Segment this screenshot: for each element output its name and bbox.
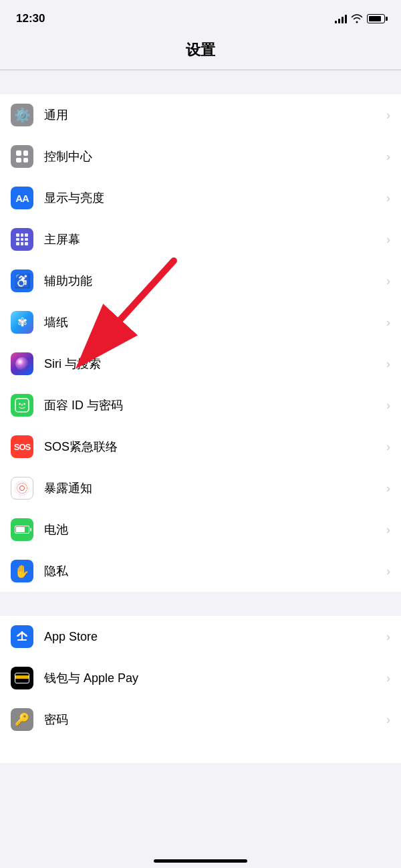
- status-icons: [335, 14, 385, 23]
- general-label: 通用: [44, 107, 386, 123]
- siri-chevron: ›: [386, 357, 390, 371]
- display-chevron: ›: [386, 191, 390, 205]
- wifi-icon: [351, 14, 363, 23]
- wallet-graphic: [15, 673, 29, 683]
- battery-label: 电池: [44, 522, 386, 538]
- settings-row-control[interactable]: 控制中心 ›: [0, 136, 401, 177]
- page-title-section: 设置: [0, 33, 401, 70]
- settings-row-wallpaper[interactable]: ✾ 墙纸 ›: [0, 302, 401, 343]
- privacy-icon: ✋: [11, 560, 33, 582]
- passwords-icon: 🔑: [11, 708, 33, 731]
- settings-row-general[interactable]: ⚙️ 通用 ›: [0, 94, 401, 136]
- settings-row-appstore[interactable]: App Store ›: [0, 616, 401, 657]
- homescreen-icon: [11, 228, 33, 251]
- appstore-svg: [15, 629, 29, 644]
- control-grid: [16, 150, 28, 162]
- battery-chevron: ›: [386, 523, 390, 537]
- passwords-chevron: ›: [386, 713, 390, 727]
- general-icon: ⚙️: [11, 104, 33, 126]
- passwords-label: 密码: [44, 712, 386, 728]
- privacy-chevron: ›: [386, 564, 390, 578]
- aa-symbol: AA: [15, 193, 29, 204]
- appstore-icon: [11, 625, 33, 648]
- gear-symbol: ⚙️: [14, 107, 31, 123]
- wallet-icon: [11, 667, 33, 689]
- settings-row-siri[interactable]: Siri 与搜索 ›: [0, 343, 401, 385]
- siri-orb: [15, 357, 29, 370]
- control-chevron: ›: [386, 150, 390, 164]
- settings-row-wallet[interactable]: 钱包与 Apple Pay ›: [0, 657, 401, 699]
- battery-bar-graphic: [15, 526, 29, 534]
- exposure-chevron: ›: [386, 481, 390, 496]
- svg-point-2: [23, 403, 25, 405]
- exposure-label: 暴露通知: [44, 480, 386, 496]
- general-chevron: ›: [386, 108, 390, 122]
- display-icon: AA: [11, 187, 33, 209]
- settings-group-1: ⚙️ 通用 › 控制中心 › AA 显示与亮度 › 主屏幕 ›: [0, 94, 401, 592]
- hand-stop-icon: ✋: [14, 564, 30, 579]
- accessibility-icon: ♿: [11, 269, 33, 292]
- sos-text: SOS: [14, 442, 30, 452]
- wallet-label: 钱包与 Apple Pay: [44, 670, 386, 686]
- battery-settings-icon: [11, 518, 33, 541]
- siri-icon: [11, 352, 33, 375]
- wallpaper-chevron: ›: [386, 316, 390, 330]
- faceid-icon: [11, 394, 33, 417]
- settings-row-battery[interactable]: 电池 ›: [0, 509, 401, 550]
- key-icon: 🔑: [15, 712, 29, 727]
- person-icon: ♿: [14, 273, 31, 289]
- flower-icon: ✾: [17, 315, 27, 330]
- accessibility-chevron: ›: [386, 274, 390, 288]
- sos-label: SOS紧急联络: [44, 439, 386, 455]
- wallpaper-icon: ✾: [11, 311, 33, 334]
- appstore-label: App Store: [44, 630, 386, 644]
- status-bar: 12:30: [0, 0, 401, 33]
- battery-icon: [367, 14, 385, 23]
- siri-label: Siri 与搜索: [44, 356, 386, 372]
- faceid-chevron: ›: [386, 399, 390, 413]
- exposure-icon: [11, 477, 33, 500]
- exposure-graphic: [15, 481, 29, 496]
- sos-chevron: ›: [386, 440, 390, 454]
- page-title: 设置: [0, 40, 401, 60]
- settings-row-display[interactable]: AA 显示与亮度 ›: [0, 177, 401, 219]
- wallet-chevron: ›: [386, 671, 390, 685]
- sos-icon: SOS: [11, 435, 33, 458]
- settings-row-accessibility[interactable]: ♿ 辅助功能 ›: [0, 260, 401, 302]
- status-time: 12:30: [16, 12, 45, 25]
- svg-point-1: [19, 403, 21, 405]
- appstore-chevron: ›: [386, 630, 390, 644]
- settings-row-passwords[interactable]: 🔑 密码 ›: [0, 699, 401, 740]
- bottom-area: [0, 740, 401, 763]
- faceid-svg: [15, 398, 29, 413]
- signal-icon: [335, 14, 347, 23]
- home-indicator: [154, 859, 247, 863]
- settings-group-2: App Store › 钱包与 Apple Pay › 🔑 密码 ›: [0, 616, 401, 740]
- settings-row-homescreen[interactable]: 主屏幕 ›: [0, 219, 401, 260]
- top-separator: [0, 70, 401, 70]
- settings-row-privacy[interactable]: ✋ 隐私 ›: [0, 550, 401, 592]
- homescreen-label: 主屏幕: [44, 231, 386, 247]
- faceid-label: 面容 ID 与密码: [44, 397, 386, 413]
- control-label: 控制中心: [44, 148, 386, 165]
- homescreen-grid: [16, 233, 28, 245]
- homescreen-chevron: ›: [386, 233, 390, 247]
- control-icon: [11, 145, 33, 168]
- wallpaper-label: 墙纸: [44, 314, 386, 330]
- display-label: 显示与亮度: [44, 190, 386, 206]
- settings-row-exposure[interactable]: 暴露通知 ›: [0, 467, 401, 509]
- privacy-label: 隐私: [44, 563, 386, 579]
- settings-row-faceid[interactable]: 面容 ID 与密码 ›: [0, 385, 401, 426]
- accessibility-label: 辅助功能: [44, 273, 386, 289]
- settings-row-sos[interactable]: SOS SOS紧急联络 ›: [0, 426, 401, 467]
